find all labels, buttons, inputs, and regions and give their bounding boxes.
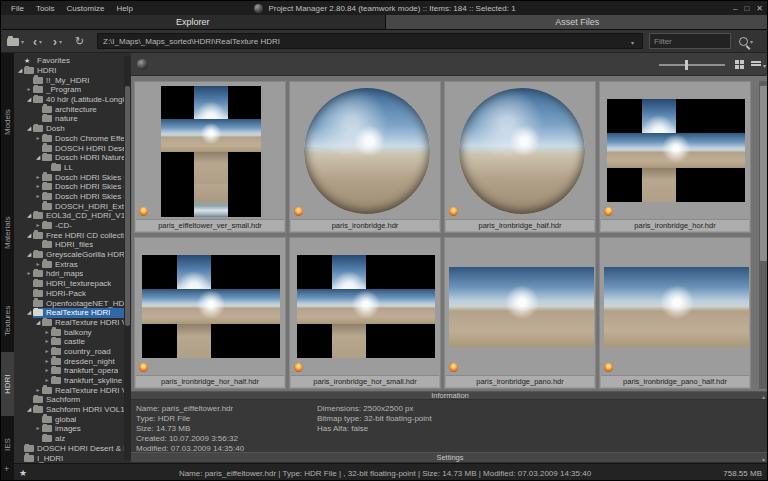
tree-item[interactable]: ▸Dosch HDRI Skies Cl	[14, 172, 131, 182]
tree-item[interactable]: ◢EOL3d_CD_HDRI_V1	[14, 211, 131, 221]
open-folder-button[interactable]: ▾	[7, 30, 24, 53]
tree-item[interactable]: architecture	[14, 104, 131, 114]
collapsed-arrow-icon[interactable]: ▸	[43, 337, 51, 346]
slider-knob[interactable]	[685, 60, 688, 70]
back-button[interactable]: ‹▾	[33, 30, 42, 53]
thumbnail-size-slider[interactable]	[659, 64, 725, 66]
content-scrollbar[interactable]	[759, 81, 768, 389]
menu-file[interactable]: File	[11, 4, 24, 13]
tree-item[interactable]: ▸country_road	[14, 347, 131, 357]
tree-item[interactable]: ▸balkony	[14, 327, 131, 337]
tree-item[interactable]: ◢GreyscaleGorilla HDRI Li	[14, 250, 131, 260]
add-category-button[interactable]: +	[4, 464, 9, 474]
tree-item[interactable]: I_HDRI	[14, 453, 131, 463]
tree-item[interactable]: HDRI_texturepack	[14, 279, 131, 289]
tree-scrollbar-thumb[interactable]	[125, 86, 130, 326]
refresh-button[interactable]: ↻	[75, 30, 84, 53]
chevron-down-icon[interactable]: ▾	[763, 62, 766, 69]
collapsed-arrow-icon[interactable]: ▸	[43, 376, 51, 385]
information-panel-header[interactable]: Information ▴	[131, 391, 768, 400]
maximize-button[interactable]: □	[744, 4, 749, 13]
collapsed-arrow-icon[interactable]: ▸	[34, 424, 42, 433]
thumbnail-item[interactable]: paris_ironbridge_half.hdr	[444, 81, 596, 233]
expanded-arrow-icon[interactable]: ◢	[25, 308, 33, 317]
category-tab-materials[interactable]: Materials	[1, 206, 14, 260]
collapsed-arrow-icon[interactable]: ▸	[43, 328, 51, 337]
tree-item[interactable]: global	[14, 414, 131, 424]
menu-tools[interactable]: Tools	[36, 4, 55, 13]
collapsed-arrow-icon[interactable]: ▸	[43, 366, 51, 375]
tree-item[interactable]: ◢HDRI	[14, 66, 131, 76]
tree-item[interactable]: HDRI-Pack	[14, 289, 131, 299]
expanded-arrow-icon[interactable]: ◢	[34, 318, 42, 327]
grid-view-icon[interactable]	[735, 60, 739, 64]
tree-item[interactable]: !!_My_HDRI	[14, 75, 131, 85]
close-button[interactable]: ✕	[756, 4, 763, 13]
collapsed-arrow-icon[interactable]: ▸	[34, 192, 42, 201]
tab-explorer[interactable]: Explorer	[1, 15, 386, 29]
tree-item[interactable]: nature	[14, 114, 131, 124]
tree-item[interactable]: OpenfootageNET_HDRI	[14, 298, 131, 308]
tree-item[interactable]: ▸dresden_night	[14, 356, 131, 366]
tree-item[interactable]: ◢RealTexture HDRI	[14, 308, 131, 318]
collapsed-arrow-icon[interactable]: ▸	[43, 357, 51, 366]
category-tab-textures[interactable]: Textures	[1, 296, 14, 346]
thumbnail-item[interactable]: paris_ironbridge_pano.hdr	[444, 237, 596, 389]
tree-item[interactable]: ▸Dosch HDRI Skies Cl	[14, 192, 131, 202]
collapsed-arrow-icon[interactable]: ▸	[25, 85, 33, 94]
tree-item[interactable]: Sachform	[14, 395, 131, 405]
tree-item[interactable]: alz	[14, 434, 131, 444]
tree-item[interactable]: ★Favorites	[14, 56, 131, 66]
tree-item[interactable]: ▸Dosch HDRI Skies Cl	[14, 182, 131, 192]
expanded-arrow-icon[interactable]: ◢	[34, 153, 42, 162]
expanded-arrow-icon[interactable]: ◢	[16, 66, 24, 75]
tree-item[interactable]: ▸frankfurt_skyline	[14, 376, 131, 386]
thumbnail-item[interactable]: paris_ironbridge.hdr	[289, 81, 441, 233]
collapsed-arrow-icon[interactable]: ▸	[34, 386, 42, 395]
tree-item[interactable]: DOSCH_HDRI_Extre	[14, 201, 131, 211]
settings-panel-header[interactable]: Settings ▴	[131, 452, 768, 463]
tree-item[interactable]: ◢40 hdr (Latitude-Longituc	[14, 95, 131, 105]
expanded-arrow-icon[interactable]: ◢	[25, 95, 33, 104]
tree-item[interactable]: ◢Free HDRI CD collection	[14, 230, 131, 240]
address-input[interactable]	[97, 33, 643, 49]
thumbnail-item[interactable]: paris_eiffeltower_ver_small.hdr	[134, 81, 286, 233]
tree-item[interactable]: LL	[14, 163, 131, 173]
tree-item[interactable]: ▸_Program	[14, 85, 131, 95]
collapsed-arrow-icon[interactable]: ▸	[34, 134, 42, 143]
tree-item[interactable]: ◢Dosh	[14, 124, 131, 134]
tree-item[interactable]: ◢RealTexture HDRI Vo	[14, 318, 131, 328]
thumbnail-item[interactable]: paris_ironbridge_pano_half.hdr	[599, 237, 751, 389]
tree-item[interactable]: ▸frankfurt_opera	[14, 366, 131, 376]
menu-customize[interactable]: Customize	[67, 4, 105, 13]
collapsed-arrow-icon[interactable]: ▸	[43, 347, 51, 356]
category-tab-models[interactable]: Models	[1, 93, 14, 151]
category-tab-hdri[interactable]: HDRI	[1, 352, 14, 416]
tree-item[interactable]: DOSCH HDRI Desert	[14, 143, 131, 153]
tree-scrollbar[interactable]	[124, 56, 131, 460]
collapsed-arrow-icon[interactable]: ▸	[25, 269, 33, 278]
expanded-arrow-icon[interactable]: ◢	[25, 405, 33, 414]
forward-button[interactable]: ›▾	[53, 30, 62, 53]
list-view-icon[interactable]	[751, 61, 761, 63]
minimize-button[interactable]: –	[733, 4, 737, 13]
tree-item[interactable]: DOSCH HDRI Desert & Daw	[14, 444, 131, 454]
thumbnail-item[interactable]: paris_ironbridge_hor_small.hdr	[289, 237, 441, 389]
expanded-arrow-icon[interactable]: ◢	[25, 231, 33, 240]
tree-item[interactable]: ◢Sachform HDRI VOL1 Cl	[14, 405, 131, 415]
thumbnail-item[interactable]: paris_ironbridge_hor.hdr	[599, 81, 751, 233]
tree-item[interactable]: ▸hdri_maps	[14, 269, 131, 279]
collapsed-arrow-icon[interactable]: ▸	[34, 221, 42, 230]
tree-item[interactable]: ▸castle	[14, 337, 131, 347]
thumbnail-item[interactable]: paris_ironbridge_hor_half.hdr	[134, 237, 286, 389]
tree-item[interactable]: ▸RealTexture HDRI Vo	[14, 385, 131, 395]
filter-input[interactable]	[649, 33, 731, 49]
address-dropdown-icon[interactable]: ▾	[631, 39, 634, 46]
expanded-arrow-icon[interactable]: ◢	[25, 250, 33, 259]
tree-item[interactable]: ▸images	[14, 424, 131, 434]
tree-item[interactable]: ◢Dosch HDRI Nature (	[14, 153, 131, 163]
collapsed-arrow-icon[interactable]: ▸	[34, 260, 42, 269]
expanded-arrow-icon[interactable]: ◢	[25, 211, 33, 220]
collapsed-arrow-icon[interactable]: ▸	[34, 182, 42, 191]
tree-item[interactable]: ▸-CD-	[14, 221, 131, 231]
